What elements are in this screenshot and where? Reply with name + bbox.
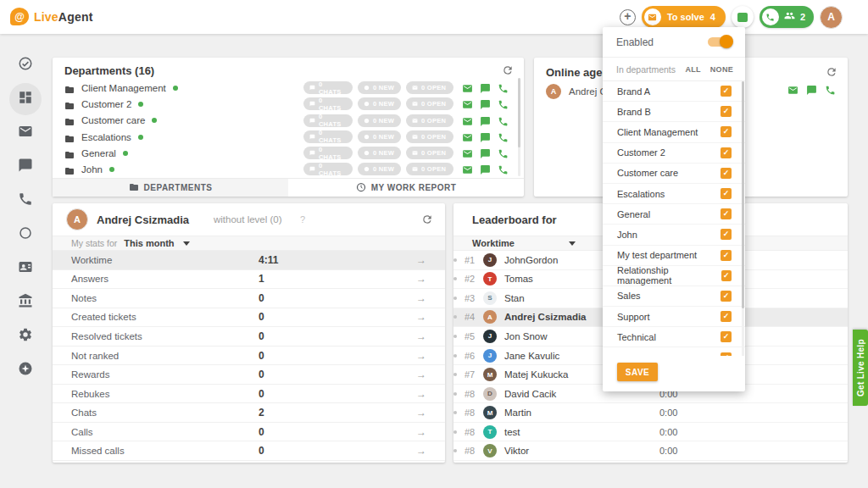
department-row[interactable]: General 0 CHATS 0 NEW 0 OPEN bbox=[53, 145, 524, 161]
open-badge[interactable]: 0 OPEN bbox=[406, 97, 453, 110]
stat-row[interactable]: Calls 0 bbox=[53, 423, 445, 442]
leaderboard-row[interactable]: #8 T test 0:00 bbox=[453, 423, 848, 442]
open-badge[interactable]: 0 OPEN bbox=[406, 114, 453, 127]
sidebar-item-academy[interactable] bbox=[9, 286, 42, 319]
chat-action-icon[interactable] bbox=[480, 164, 491, 175]
department-option-row[interactable]: Brand A bbox=[603, 81, 745, 102]
to-solve-button[interactable]: To solve 4 bbox=[642, 6, 726, 28]
checked-checkbox-icon[interactable] bbox=[721, 250, 732, 261]
help-icon[interactable]: ? bbox=[300, 214, 305, 225]
sidebar-item-help[interactable] bbox=[9, 354, 42, 386]
chats-badge[interactable]: 0 CHATS bbox=[303, 163, 353, 175]
stat-row[interactable]: Chats 2 bbox=[53, 403, 445, 423]
new-badge[interactable]: 0 NEW bbox=[358, 130, 401, 143]
chats-badge[interactable]: 0 CHATS bbox=[303, 130, 353, 143]
department-option-row[interactable]: Escalations bbox=[603, 184, 745, 204]
new-badge[interactable]: 0 NEW bbox=[358, 114, 401, 127]
phone-action-icon[interactable] bbox=[498, 98, 509, 109]
scrollbar[interactable] bbox=[742, 81, 744, 356]
department-option-row[interactable]: Sales bbox=[603, 286, 745, 307]
tab-departments[interactable]: DEPARTMENTS bbox=[53, 179, 288, 197]
chat-action-icon[interactable] bbox=[480, 82, 491, 93]
get-live-help-button[interactable]: Get Live Help bbox=[853, 330, 868, 406]
department-row[interactable]: Customer 2 0 CHATS 0 NEW 0 OPEN bbox=[53, 96, 524, 112]
period-select[interactable]: This month bbox=[124, 238, 174, 248]
tab-my-work-report[interactable]: MY WORK REPORT bbox=[288, 179, 524, 197]
enabled-toggle[interactable] bbox=[708, 37, 732, 47]
stat-row[interactable]: Rebukes 0 bbox=[53, 385, 445, 404]
leaderboard-row[interactable]: #8 M Martin 0:00 bbox=[453, 403, 848, 423]
stat-row[interactable]: Notes 0 bbox=[53, 289, 445, 308]
refresh-icon[interactable] bbox=[826, 66, 837, 78]
checked-checkbox-icon[interactable] bbox=[721, 168, 732, 179]
open-badge[interactable]: 0 OPEN bbox=[406, 81, 453, 94]
checked-checkbox-icon[interactable] bbox=[721, 106, 732, 117]
mail-action-icon[interactable] bbox=[787, 84, 798, 99]
department-row[interactable]: Escalations 0 CHATS 0 NEW 0 OPEN bbox=[53, 129, 524, 145]
mail-action-icon[interactable] bbox=[462, 115, 473, 126]
stat-row[interactable]: Worktime 4:11 bbox=[53, 251, 445, 270]
checked-checkbox-icon[interactable] bbox=[721, 331, 732, 342]
mail-action-icon[interactable] bbox=[462, 131, 473, 142]
chat-action-icon[interactable] bbox=[480, 131, 491, 142]
department-option-row[interactable]: Customer care bbox=[603, 164, 745, 184]
refresh-icon[interactable] bbox=[502, 64, 514, 76]
sidebar-item-chat[interactable] bbox=[9, 151, 42, 183]
chevron-down-icon[interactable] bbox=[183, 241, 190, 246]
new-badge[interactable]: 0 NEW bbox=[358, 147, 401, 159]
open-badge[interactable]: 0 OPEN bbox=[406, 147, 453, 159]
chat-action-icon[interactable] bbox=[806, 84, 817, 99]
select-none-link[interactable]: NONE bbox=[710, 65, 733, 74]
scrollbar-thumb[interactable] bbox=[518, 78, 520, 147]
stat-row[interactable]: Missed calls 0 bbox=[53, 441, 445, 461]
sidebar-item-contacts[interactable] bbox=[9, 252, 42, 285]
chat-status-button[interactable] bbox=[732, 6, 754, 28]
department-row[interactable]: Customer care 0 CHATS 0 NEW 0 OPEN bbox=[53, 113, 524, 129]
department-row[interactable]: Client Management 0 CHATS 0 NEW 0 OPEN bbox=[53, 80, 524, 96]
arrow-right-icon[interactable] bbox=[416, 426, 426, 438]
arrow-right-icon[interactable] bbox=[416, 311, 426, 323]
mail-action-icon[interactable] bbox=[462, 98, 473, 109]
new-badge[interactable]: 0 NEW bbox=[358, 97, 401, 110]
open-badge[interactable]: 0 OPEN bbox=[406, 130, 453, 143]
department-option-row[interactable]: General bbox=[603, 204, 745, 225]
checked-checkbox-icon[interactable] bbox=[721, 229, 732, 240]
phone-action-icon[interactable] bbox=[498, 164, 509, 175]
open-badge[interactable]: 0 OPEN bbox=[406, 163, 453, 175]
department-option-row[interactable]: Customer 2 bbox=[603, 143, 745, 164]
liveagent-logo[interactable]: @ LiveAgent bbox=[10, 8, 93, 25]
arrow-right-icon[interactable] bbox=[416, 273, 426, 285]
phone-action-icon[interactable] bbox=[825, 84, 836, 99]
department-option-row[interactable]: My test department bbox=[603, 246, 745, 266]
checked-checkbox-icon[interactable] bbox=[721, 147, 732, 158]
chats-badge[interactable]: 0 CHATS bbox=[303, 114, 353, 127]
refresh-icon[interactable] bbox=[421, 214, 433, 225]
department-option-row[interactable]: Relationship management bbox=[603, 266, 745, 286]
sidebar-item-time[interactable] bbox=[9, 219, 42, 251]
mail-action-icon[interactable] bbox=[462, 82, 473, 93]
chevron-down-icon[interactable] bbox=[569, 241, 576, 246]
department-option-row-partial[interactable] bbox=[603, 347, 745, 356]
sidebar-item-mail[interactable] bbox=[9, 117, 42, 149]
chats-badge[interactable]: 0 CHATS bbox=[303, 97, 353, 110]
new-badge[interactable]: 0 NEW bbox=[358, 163, 401, 175]
arrow-right-icon[interactable] bbox=[416, 292, 426, 304]
checked-checkbox-icon[interactable] bbox=[721, 188, 732, 199]
chat-action-icon[interactable] bbox=[480, 115, 491, 126]
mail-action-icon[interactable] bbox=[462, 164, 473, 175]
sidebar-item-calls[interactable] bbox=[9, 185, 42, 217]
arrow-right-icon[interactable] bbox=[416, 254, 426, 266]
arrow-right-icon[interactable] bbox=[416, 388, 426, 400]
new-badge[interactable]: 0 NEW bbox=[358, 81, 401, 94]
checked-checkbox-icon[interactable] bbox=[721, 86, 732, 97]
checked-checkbox-icon[interactable] bbox=[721, 352, 732, 356]
toggle-knob[interactable] bbox=[720, 35, 733, 48]
leaderboard-row[interactable]: #8 V Viktor 0:00 bbox=[453, 441, 848, 461]
sidebar-item-settings[interactable] bbox=[9, 320, 42, 352]
phone-status-button[interactable]: 2 bbox=[760, 6, 814, 28]
department-option-row[interactable]: Client Management bbox=[603, 122, 745, 142]
phone-action-icon[interactable] bbox=[498, 131, 509, 142]
user-avatar[interactable]: A bbox=[820, 6, 843, 29]
arrow-right-icon[interactable] bbox=[416, 369, 426, 380]
chat-action-icon[interactable] bbox=[480, 147, 491, 158]
